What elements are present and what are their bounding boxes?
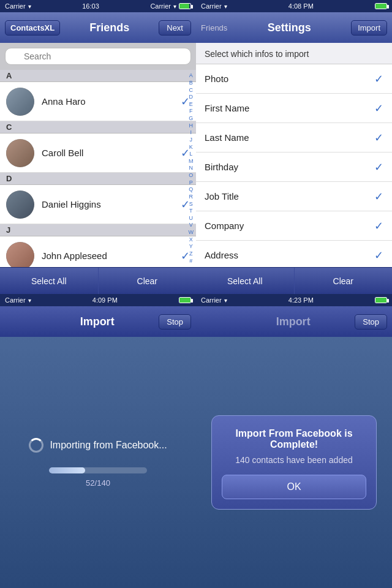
next-button[interactable]: Next	[159, 20, 191, 36]
search-bar: 🔍	[0, 43, 196, 70]
import-complete-dialog: Import From Facebook is Complete! 140 co…	[211, 415, 377, 510]
nav-breadcrumb-right: Friends	[201, 23, 227, 32]
battery-icon-bottom-left	[179, 297, 191, 303]
alpha-I[interactable]: I	[187, 130, 195, 135]
import-item-address[interactable]: Address ✓	[196, 241, 392, 267]
alpha-E[interactable]: E	[187, 102, 195, 107]
alpha-V[interactable]: V	[187, 222, 195, 228]
alpha-F[interactable]: F	[187, 108, 195, 114]
action-bar-right: Select All Clear	[196, 267, 392, 294]
contact-name-daniel: Daniel Higgins	[42, 199, 181, 209]
carrier-right-left: Carrier	[150, 2, 171, 10]
import-check-lastname: ✓	[374, 131, 383, 145]
time-left: 16:03	[82, 2, 99, 10]
alpha-C[interactable]: C	[187, 88, 195, 93]
bottom-left-panel: Carrier ▾ 4:09 PM Import Stop Importing …	[0, 294, 196, 588]
importing-indicator: Importing from Facebook...	[29, 438, 167, 453]
status-bar-bottom-left: Carrier ▾ 4:09 PM	[0, 294, 196, 306]
contact-item-anna[interactable]: Anna Haro ✓	[0, 82, 196, 121]
left-panel: Carrier ▾ 16:03 Carrier ▾ ContactsXL Fri…	[0, 0, 196, 294]
alpha-K[interactable]: K	[187, 145, 195, 150]
alphabet-bar[interactable]: A B C D E F G H I J K L M N O P Q R S T	[187, 70, 195, 267]
contact-item-john[interactable]: John Appleseed ✓	[0, 236, 196, 267]
stop-button-left[interactable]: Stop	[159, 314, 191, 330]
friends-title-left: Friends	[89, 21, 129, 34]
import-label-address: Address	[205, 250, 238, 260]
spinner-icon	[29, 438, 43, 453]
import-screen-right: Import From Facebook is Complete! 140 co…	[196, 337, 392, 588]
import-item-lastname[interactable]: Last Name ✓	[196, 123, 392, 153]
import-screen-left: Importing from Facebook... 52/140	[0, 337, 196, 588]
import-info-header: Select which infos to import	[196, 43, 392, 64]
alpha-N[interactable]: N	[187, 165, 195, 171]
alpha-T[interactable]: T	[187, 208, 195, 214]
nav-bar-right: Friends Settings Import	[196, 12, 392, 43]
importing-text: Importing from Facebook...	[50, 440, 167, 451]
status-bar-bottom-right: Carrier ▾ 4:23 PM	[196, 294, 392, 306]
import-label-firstname: First Name	[205, 103, 249, 113]
alpha-Y[interactable]: Y	[187, 244, 195, 249]
alpha-R[interactable]: R	[187, 194, 195, 200]
import-item-firstname[interactable]: First Name ✓	[196, 94, 392, 123]
time-bottom-left: 4:09 PM	[92, 296, 118, 304]
import-item-jobtitle[interactable]: Job Title ✓	[196, 182, 392, 211]
select-all-button-right[interactable]: Select All	[196, 268, 295, 294]
import-item-company[interactable]: Company ✓	[196, 211, 392, 241]
status-bar-right: Carrier ▾ 4:08 PM	[196, 0, 392, 12]
alpha-S[interactable]: S	[187, 202, 195, 207]
contact-item-caroll[interactable]: Caroll Bell ✓	[0, 134, 196, 173]
import-label-jobtitle: Job Title	[205, 191, 239, 202]
alpha-Z[interactable]: Z	[187, 251, 195, 257]
alpha-J[interactable]: J	[187, 137, 195, 143]
nav-bar-import-right: Import Stop	[196, 306, 392, 337]
import-title-right: Import	[232, 315, 355, 328]
alpha-L[interactable]: L	[187, 151, 195, 157]
carrier-bottom-right: Carrier	[201, 296, 222, 304]
alpha-hash[interactable]: #	[187, 258, 195, 264]
import-item-birthday[interactable]: Birthday ✓	[196, 153, 392, 182]
import-button-top[interactable]: Import	[351, 20, 387, 36]
settings-title: Settings	[268, 21, 311, 34]
alpha-W[interactable]: W	[187, 230, 195, 235]
import-check-address: ✓	[374, 249, 383, 262]
clear-button-left[interactable]: Clear	[99, 268, 197, 294]
import-check-jobtitle: ✓	[374, 190, 383, 203]
contacts-button[interactable]: ContactsXL	[5, 20, 60, 36]
alpha-D[interactable]: D	[187, 94, 195, 100]
search-input[interactable]	[5, 48, 191, 65]
import-label-birthday: Birthday	[205, 162, 238, 172]
battery-icon-right	[375, 3, 387, 9]
status-bar-left: Carrier ▾ 16:03 Carrier ▾	[0, 0, 196, 12]
clear-button-right[interactable]: Clear	[295, 268, 393, 294]
import-label-lastname: Last Name	[205, 132, 249, 143]
action-bar-left: Select All Clear	[0, 267, 196, 294]
stop-button-right[interactable]: Stop	[355, 314, 387, 330]
import-check-photo: ✓	[374, 72, 383, 86]
alpha-B[interactable]: B	[187, 80, 195, 86]
section-header-c: C	[0, 121, 196, 134]
carrier-left: Carrier	[5, 2, 26, 10]
alpha-U[interactable]: U	[187, 216, 195, 221]
alpha-H[interactable]: H	[187, 123, 195, 129]
contact-item-daniel[interactable]: Daniel Higgins ✓	[0, 185, 196, 224]
import-item-photo[interactable]: Photo ✓	[196, 64, 392, 94]
wifi-icon-left: ▾	[28, 3, 31, 10]
alpha-Q[interactable]: Q	[187, 187, 195, 192]
wifi-icon-left2: ▾	[173, 3, 176, 10]
select-all-button-left[interactable]: Select All	[0, 268, 99, 294]
import-check-birthday: ✓	[374, 160, 383, 174]
import-label-company: Company	[205, 221, 244, 231]
alpha-P[interactable]: P	[187, 180, 195, 186]
alpha-O[interactable]: O	[187, 173, 195, 178]
time-right: 4:08 PM	[288, 2, 314, 10]
alpha-M[interactable]: M	[187, 159, 195, 164]
section-header-j: J	[0, 224, 196, 236]
alpha-G[interactable]: G	[187, 116, 195, 121]
alpha-X[interactable]: X	[187, 237, 195, 243]
contact-name-caroll: Caroll Bell	[42, 148, 181, 158]
dialog-ok-button[interactable]: OK	[222, 475, 366, 499]
import-title-left: Import	[36, 315, 159, 328]
section-header-d: D	[0, 173, 196, 185]
alpha-A[interactable]: A	[187, 73, 195, 78]
import-check-company: ✓	[374, 219, 383, 233]
